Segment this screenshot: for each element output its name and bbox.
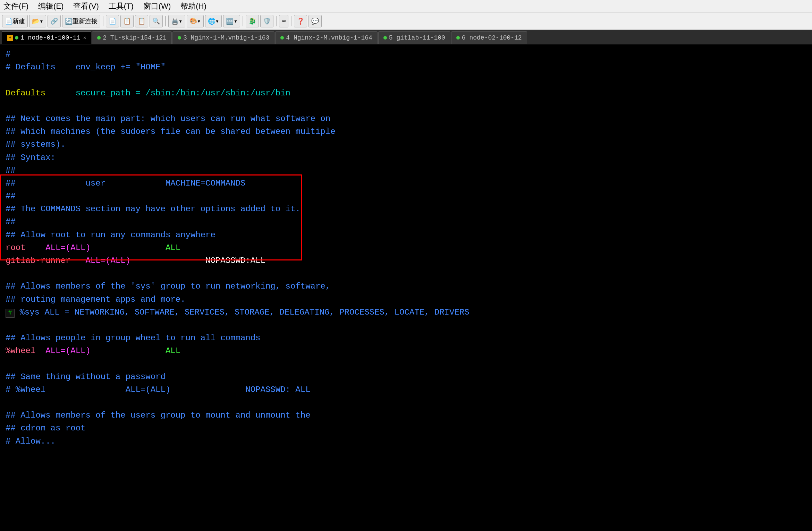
defaults-keyword: Defaults <box>6 88 45 98</box>
keyboard-button[interactable]: ⌨️ <box>279 15 288 27</box>
line-25 <box>6 358 806 370</box>
line-3 <box>6 74 806 86</box>
search-button[interactable]: 🔍 <box>150 15 163 27</box>
shield-icon: 🛡️ <box>263 17 271 25</box>
line-19: ## Allows members of the 'sys' group to … <box>6 280 806 293</box>
line-5 <box>6 100 806 112</box>
line-10: ## <box>6 164 806 177</box>
sep2 <box>165 16 166 26</box>
globe-button[interactable]: 🌐▾ <box>205 15 222 27</box>
chat-icon: 💬 <box>311 17 319 25</box>
line-6: ## Next comes the main part: which users… <box>6 112 806 125</box>
line-17: gitlab-runner ALL=(ALL) NOPASSWD:ALL <box>6 254 806 267</box>
hash-icon: # <box>6 309 15 318</box>
tab-close-1[interactable]: ✕ <box>83 35 86 41</box>
globe-icon: 🌐▾ <box>208 17 219 25</box>
keyboard-icon: ⌨️ <box>282 17 286 25</box>
tab-dot-2 <box>97 36 101 40</box>
sys-line: %sys ALL = NETWORKING, SOFTWARE, SERVICE… <box>15 308 470 317</box>
color-icon: 🎨▾ <box>189 17 201 25</box>
help-button[interactable]: ❓ <box>294 15 307 27</box>
line-21: # %sys ALL = NETWORKING, SOFTWARE, SERVI… <box>6 306 806 319</box>
tab-label-3: 3 Nginx-1-M.vnbig-1-163 <box>183 34 269 41</box>
line-13: ## The COMMANDS section may have other o… <box>6 203 806 215</box>
tab-6[interactable]: 6 node-02-100-12 <box>451 31 527 44</box>
line-20: ## routing management apps and more. <box>6 293 806 306</box>
menu-edit[interactable]: 编辑(E) <box>38 1 64 11</box>
root-user: root <box>6 243 26 252</box>
chain-icon: 🔗 <box>50 17 58 25</box>
line-30: ## cdrom as root <box>6 422 806 435</box>
dragon-button[interactable]: 🐉 <box>246 15 259 27</box>
toolbar: 📄 新建 📂▾ 🔗 🔄 重新连接 📄 📋 📋 🔍 🖨️▾ 🎨▾ 🌐▾ 🔤▾ 🐉 … <box>0 12 812 30</box>
new-icon: 📄 <box>5 17 12 25</box>
line-26: ## Same thing without a password <box>6 370 806 383</box>
tab-dot-6 <box>456 36 460 40</box>
secure-path-value: secure_path = /sbin:/bin:/usr/sbin:/usr/… <box>76 88 290 98</box>
menubar: 文件(F) 编辑(E) 查看(V) 工具(T) 窗口(W) 帮助(H) <box>0 0 812 12</box>
menu-tools[interactable]: 工具(T) <box>109 1 134 11</box>
reconnect-button[interactable]: 🔄 重新连接 <box>62 15 100 27</box>
tab-label-5: 5 gitlab-11-100 <box>389 34 445 41</box>
paste-button[interactable]: 📋 <box>120 15 134 27</box>
gitlab-runner-user: gitlab-runner <box>6 256 70 265</box>
line-1: # <box>6 48 806 61</box>
print-icon: 🖨️▾ <box>171 17 183 25</box>
search-icon: 🔍 <box>152 17 160 25</box>
tab-5[interactable]: 5 gitlab-11-100 <box>378 31 450 44</box>
help-icon: ❓ <box>297 17 304 25</box>
line-22 <box>6 319 806 332</box>
line-16: root ALL=(ALL) ALL <box>6 241 806 254</box>
gitlab-nopasswd: NOPASSWD:ALL <box>205 256 265 265</box>
chain-button[interactable]: 🔗 <box>48 15 61 27</box>
tab-2[interactable]: 2 TL-skip-154-121 <box>92 31 172 44</box>
line-7: ## which machines (the sudoers file can … <box>6 125 806 138</box>
reconnect-icon: 🔄 <box>65 17 73 25</box>
tab-label-6: 6 node-02-100-12 <box>462 34 522 41</box>
new-label: 新建 <box>12 17 25 25</box>
line-8: ## systems). <box>6 138 806 151</box>
open-icon: 📂▾ <box>32 17 43 25</box>
line-28 <box>6 396 806 409</box>
shield-button[interactable]: 🛡️ <box>260 15 273 27</box>
line-9: ## Syntax: <box>6 151 806 164</box>
tab-4[interactable]: 4 Nginx-2-M.vnbig-1-164 <box>275 31 377 44</box>
sep5 <box>291 16 291 26</box>
open-button[interactable]: 📂▾ <box>29 15 46 27</box>
tab-dot-3 <box>178 36 181 40</box>
font-button[interactable]: 🔤▾ <box>223 15 240 27</box>
new-button[interactable]: 📄 新建 <box>2 15 28 27</box>
menu-help[interactable]: 帮助(H) <box>180 1 206 11</box>
clipboard-button[interactable]: 📋 <box>135 15 148 27</box>
menu-view[interactable]: 查看(V) <box>73 1 99 11</box>
line-14: ## <box>6 215 806 228</box>
tab-1[interactable]: + 1 node-01-100-11 ✕ <box>2 31 91 44</box>
sep3 <box>243 16 243 26</box>
line-18 <box>6 267 806 280</box>
line-15: ## Allow root to run any commands anywhe… <box>6 229 806 241</box>
root-all1: ALL=(ALL) <box>45 243 91 252</box>
terminal[interactable]: # # Defaults env_keep += "HOME" Defaults… <box>0 44 812 531</box>
color-button[interactable]: 🎨▾ <box>187 15 204 27</box>
print-button[interactable]: 🖨️▾ <box>168 15 185 27</box>
paste-icon: 📋 <box>123 17 131 25</box>
tab-label-4: 4 Nginx-2-M.vnbig-1-164 <box>286 34 372 41</box>
chat-button[interactable]: 💬 <box>308 15 322 27</box>
line-24: %wheel ALL=(ALL) ALL <box>6 344 806 357</box>
line-23: ## Allows people in group wheel to run a… <box>6 332 806 344</box>
line-31: # Allow... <box>6 435 806 448</box>
font-icon: 🔤▾ <box>226 17 237 25</box>
menu-window[interactable]: 窗口(W) <box>143 1 171 11</box>
tab-dot-1 <box>15 36 18 40</box>
wheel-all2: ALL <box>166 346 180 356</box>
line-27: # %wheel ALL=(ALL) NOPASSWD: ALL <box>6 383 806 396</box>
copy-button[interactable]: 📄 <box>106 15 119 27</box>
gitlab-all1: ALL=(ALL) <box>85 256 130 265</box>
sep4 <box>276 16 277 26</box>
line-12: ## <box>6 190 806 203</box>
root-all2: ALL <box>166 243 180 252</box>
menu-file[interactable]: 文件(F) <box>3 1 28 11</box>
tab-3[interactable]: 3 Nginx-1-M.vnbig-1-163 <box>172 31 274 44</box>
reconnect-label: 重新连接 <box>73 17 98 25</box>
wheel-all1: ALL=(ALL) <box>45 346 91 356</box>
